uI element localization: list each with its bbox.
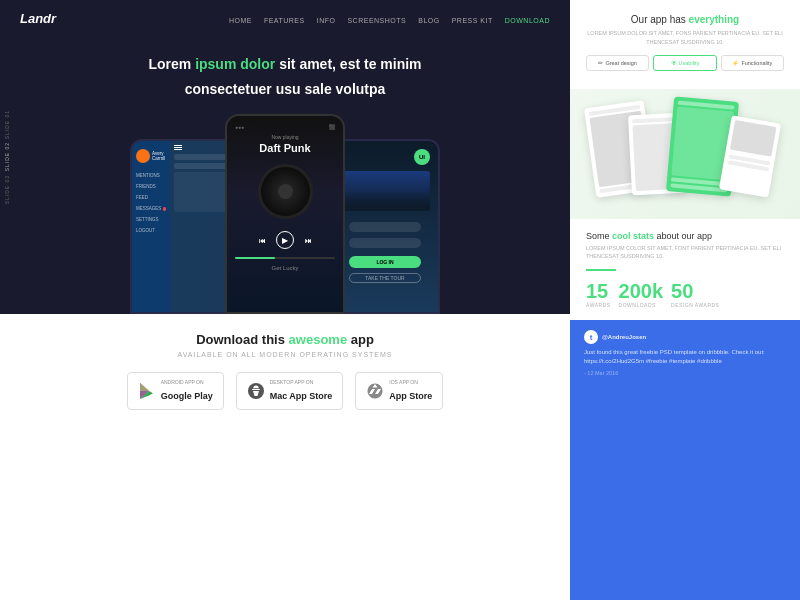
stats-desc: LOREM IPSUM COLOR SIT AMET, FONT PARIENT… — [586, 244, 784, 262]
hero-section: Landr HOME FEATURES INFO SCREENSHOTS BLO… — [0, 0, 570, 314]
nav-features[interactable]: FEATURES — [264, 17, 305, 24]
album-art — [258, 164, 313, 219]
song-title: Get Lucky — [271, 265, 298, 271]
now-playing-label: Now playing — [271, 134, 298, 140]
stat-awards-value: 15 — [586, 281, 611, 301]
mac-appstore-button[interactable]: DESKTOP APP ON Mac App Store — [236, 372, 344, 410]
sidebar-profile: Avery Carroll — [136, 149, 166, 163]
hamburger-icon[interactable] — [174, 145, 182, 150]
right-social: t @AndreuJosen Just found this great fre… — [570, 320, 800, 600]
mac-appstore-icon — [247, 382, 265, 400]
download-section: Download this awesome app AVAILABLE ON A… — [0, 314, 570, 600]
play-button[interactable]: ▶ — [276, 231, 294, 249]
google-play-text: ANDROID APP ON Google Play — [161, 379, 213, 403]
nav-download[interactable]: DOWNLOAD — [505, 17, 550, 24]
tweet-header: t @AndreuJosen — [584, 330, 786, 344]
sidebar-nav: Avery Carroll MENTIONS FRIENDS FEED MESS… — [132, 141, 170, 312]
twitter-icon: t — [584, 330, 598, 344]
store-buttons: ANDROID APP ON Google Play DESKTOP APP O… — [20, 372, 550, 410]
nav-blog[interactable]: BLOG — [418, 17, 439, 24]
download-title: Download this awesome app — [20, 332, 550, 347]
sidebar-feed[interactable]: FEED — [136, 193, 166, 202]
stat-downloads-label: DOWNLOADS — [619, 302, 664, 308]
message-badge — [163, 207, 166, 211]
stats-title: Some cool stats about our app — [586, 231, 784, 241]
right-stats: Some cool stats about our app LOREM IPSU… — [570, 219, 800, 321]
sidebar-mentions[interactable]: MENTIONS — [136, 171, 166, 180]
stat-downloads-value: 200k — [619, 281, 664, 301]
tweet-date: - 12 Mar 2016 — [584, 370, 786, 376]
svg-rect-1 — [252, 389, 260, 390]
nav-home[interactable]: HOME — [229, 17, 252, 24]
app-screenshots — [570, 89, 800, 219]
appstore-button[interactable]: IOS APP ON App Store — [355, 372, 443, 410]
right-top: Our app has everything LOREM IPSUM DOLOR… — [570, 0, 800, 89]
avatar — [136, 149, 150, 163]
slide-indicators: SLIDE 01 SLIDE 02 SLIDE 03 — [4, 110, 10, 204]
appstore-icon — [366, 382, 384, 400]
ui-badge: UI — [414, 149, 430, 165]
music-status-bar: ●●● ⬛ — [235, 124, 335, 130]
mac-appstore-text: DESKTOP APP ON Mac App Store — [270, 379, 333, 403]
right-top-desc: LOREM IPSUM DOLOR SIT AMET, FONS PARIENT… — [586, 29, 784, 47]
appstore-text: IOS APP ON App Store — [389, 379, 432, 403]
brand-logo: Landr — [20, 11, 56, 26]
progress-bar[interactable] — [235, 257, 335, 259]
login-username-field[interactable] — [349, 222, 421, 232]
login-button[interactable]: LOG IN — [349, 256, 421, 268]
nav-bar: Landr HOME FEATURES INFO SCREENSHOTS BLO… — [0, 0, 570, 36]
stat-design-awards: 50 DESIGN AWARDS — [671, 281, 719, 308]
artist-name: Daft Punk — [259, 142, 310, 154]
tab-usability[interactable]: 👁 Usability — [653, 55, 716, 71]
sidebar-username: Avery Carroll — [152, 151, 166, 162]
left-panel: Landr HOME FEATURES INFO SCREENSHOTS BLO… — [0, 0, 570, 600]
nav-links: HOME FEATURES INFO SCREENSHOTS BLOG PRES… — [229, 9, 550, 27]
album-center — [278, 184, 293, 199]
feature-tabs: ✏ Great design 👁 Usability ⚡ Functionali… — [586, 55, 784, 71]
stat-design-label: DESIGN AWARDS — [671, 302, 719, 308]
tour-button[interactable]: TAKE THE TOUR — [349, 273, 421, 283]
phones-container: Avery Carroll MENTIONS FRIENDS FEED MESS… — [0, 114, 570, 314]
music-controls[interactable]: ⏮ ▶ ⏭ — [258, 231, 312, 249]
tab-functionality[interactable]: ⚡ Functionality — [721, 55, 784, 71]
slide-2[interactable]: SLIDE 02 — [4, 142, 10, 171]
stat-design-value: 50 — [671, 281, 719, 301]
progress-fill — [235, 257, 275, 259]
google-play-button[interactable]: ANDROID APP ON Google Play — [127, 372, 224, 410]
right-top-title: Our app has everything — [586, 14, 784, 25]
google-play-icon — [138, 382, 156, 400]
nav-presskit[interactable]: PRESS KIT — [452, 17, 493, 24]
slide-3[interactable]: SLIDE 03 — [4, 175, 10, 204]
stat-downloads: 200k DOWNLOADS — [619, 281, 664, 308]
tab-great-design[interactable]: ✏ Great design — [586, 55, 649, 71]
slide-1[interactable]: SLIDE 01 — [4, 110, 10, 139]
download-subtitle: AVAILABLE ON ALL MODERN OPERATING SYSTEM… — [20, 351, 550, 358]
stat-awards-label: AWARDS — [586, 302, 611, 308]
hero-subtitle: consectetuer usu sale volutpa — [40, 79, 530, 100]
sidebar-logout[interactable]: LOGOUT — [136, 226, 166, 235]
prev-button[interactable]: ⏮ — [258, 236, 266, 244]
sidebar-messages[interactable]: MESSAGES — [136, 204, 166, 213]
phone-left: Avery Carroll MENTIONS FRIENDS FEED MESS… — [130, 139, 240, 314]
functionality-icon: ⚡ — [732, 60, 739, 66]
hero-content: Lorem ipsum dolor sit amet, est te minim… — [0, 36, 570, 114]
phone-center: ●●● ⬛ Now playing Daft Punk ⏮ ▶ ⏭ — [225, 114, 345, 314]
design-icon: ✏ — [598, 60, 603, 66]
phone-right: UI LOG IN TAKE THE TOUR — [330, 139, 440, 314]
stats-divider — [586, 269, 616, 271]
right-panel: Our app has everything LOREM IPSUM DOLOR… — [570, 0, 800, 600]
tweet-handle: @AndreuJosen — [602, 334, 646, 340]
sidebar-friends[interactable]: FRIENDS — [136, 182, 166, 191]
hero-title: Lorem ipsum dolor sit amet, est te minim — [40, 54, 530, 75]
sidebar-settings[interactable]: SETTINGS — [136, 215, 166, 224]
tweet-text: Just found this great freebie PSD templa… — [584, 348, 786, 366]
stats-numbers: 15 AWARDS 200k DOWNLOADS 50 DESIGN AWARD… — [586, 281, 784, 308]
nav-screenshots[interactable]: SCREENSHOTS — [347, 17, 406, 24]
usability-icon: 👁 — [671, 60, 677, 66]
nav-info[interactable]: INFO — [317, 17, 336, 24]
stat-awards: 15 AWARDS — [586, 281, 611, 308]
login-password-field[interactable] — [349, 238, 421, 248]
next-button[interactable]: ⏭ — [304, 236, 312, 244]
